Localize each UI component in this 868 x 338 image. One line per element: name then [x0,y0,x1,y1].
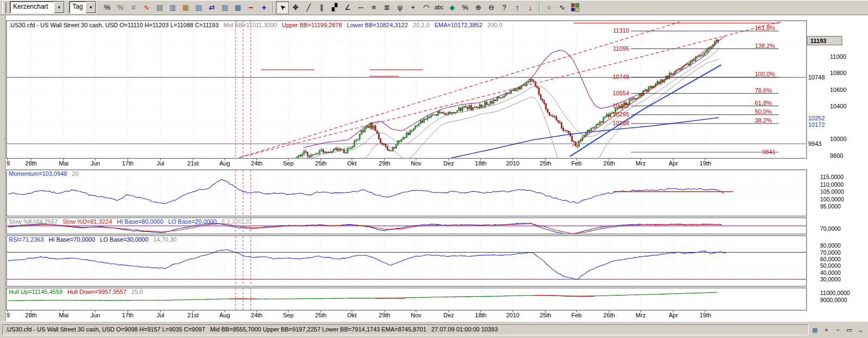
date-axis-label: 25th [315,312,326,318]
hatch-channel-tool[interactable]: ▞ [328,1,341,14]
chart-type-dropdown[interactable]: Kerzenchart ▼ [10,1,65,14]
momentum-axis-label: 95,0000 [820,203,841,210]
ellipse-glyph: ○ [547,3,551,11]
duplicate-page-icon[interactable]: ▥ [166,1,179,14]
main-toolbar: Kerzenchart ▼ Tag ▼ %%#∿▤▥▦▧⇄▨▩−+➤✥╱∥▞∠─… [0,0,868,15]
remove-indicator-icon[interactable]: − [244,1,257,14]
zigzag-glyph: ∿ [144,3,150,11]
text-tool[interactable]: abc [432,1,445,14]
droplet-glyph: ◆ [449,3,455,11]
angle-line-tool[interactable]: ∠ [341,1,354,14]
timeframe-value: Tag [70,2,85,13]
toolbar-grip[interactable] [2,2,7,13]
date-axis-label: 28th [25,312,36,318]
timeframe-dropdown-arrow[interactable]: ▼ [85,2,96,13]
status-pan-icon[interactable]: ↔ [855,325,866,335]
templates-icon[interactable]: ▧ [192,1,205,14]
rsi-axis-label: 50,0000 [820,262,841,269]
detach-window-icon[interactable]: ▩ [231,1,244,14]
color-palette[interactable] [568,1,581,14]
hull-moving-average-axis-label: 9000,0000 [820,297,847,303]
zoom-out-glyph: ⊖ [488,3,494,11]
zigzag-icon[interactable]: ∿ [140,1,153,14]
momentum-axis-label: 115,0000 [820,174,844,180]
compare-symbols-glyph: ⇄ [209,3,215,11]
toolbar-separator [272,2,274,13]
hull-moving-average-axis-label: 11000,0000 [820,290,850,296]
price-axis-label: 9800 [830,152,843,159]
sell-arrow-marker[interactable]: ↓ [524,1,537,14]
date-axis-label: 18th [475,160,486,167]
status-minus-glyph: − [836,327,839,333]
data-window-icon[interactable]: ▦ [810,325,820,335]
trendline-tool[interactable]: ╱ [302,1,315,14]
color-swatch[interactable] [571,8,575,11]
crosshair-tool[interactable]: + [406,1,419,14]
hull-down-segment [228,299,256,299]
grid-toggle-glyph: # [132,3,135,11]
new-page-icon[interactable]: ▤ [153,1,166,14]
date-axis-label: 21st [188,312,199,318]
add-indicator-icon[interactable]: + [257,1,270,14]
pan-hand-tool[interactable]: ✥ [289,1,302,14]
fib-percent-label: 61,8% [755,100,772,106]
chart-window-bg [5,15,868,321]
buy-arrow-marker[interactable]: ↑ [511,1,524,14]
cursor-tool[interactable]: ➤ [276,1,289,14]
percent-measure-tool[interactable]: % [458,1,472,14]
detach-window-glyph: ▩ [234,3,241,11]
grid-toggle-icon[interactable]: # [127,1,140,14]
date-axis-label: Okt [347,312,356,318]
help-pointer-tool[interactable]: ? [498,1,511,14]
main-chart-title: .US30.cfd - US Wall Street 30 cash, USD … [9,22,503,28]
color-swatch[interactable] [575,3,579,7]
date-axis-label: Sep [283,160,294,167]
date-axis-label: Okt [347,160,356,167]
zoom-out-tool[interactable]: ⊖ [485,1,498,14]
date-axis-label: Apr [668,312,678,318]
horizontal-line-tool[interactable]: ─ [354,1,367,14]
percent-loss-icon[interactable]: % [114,1,127,14]
price-axis-label: 10600 [830,87,847,93]
hull-moving-average-title: Hull Up=11145,4559Hull Down=9957,955725,… [9,288,143,295]
ellipse-tool[interactable]: ○ [542,1,555,14]
status-maximize-icon[interactable]: ▭ [844,325,854,335]
zoom-in-tool[interactable]: ⊕ [472,1,485,14]
date-axis-label: Jun [90,160,100,167]
cursor-glyph: ➤ [277,2,287,12]
wave-glyph: ∿ [559,3,565,11]
chart-area[interactable]: 11310161,8%11095138,2%10749100,0%1055478… [0,15,868,321]
compare-symbols-icon[interactable]: ⇄ [205,1,218,14]
date-axis-label: Feb [572,160,582,167]
date-axis-label: 24th [251,160,262,167]
palette-swatches [570,2,580,13]
percent-gain-icon[interactable]: % [101,1,114,14]
pitchfork-glyph: ψ [398,3,402,11]
date-axis-label: Dez [443,312,454,318]
fib-percent-label: 50,0% [755,108,772,115]
pitchfork-tool[interactable]: ψ [393,1,406,14]
color-swatch[interactable] [571,3,575,7]
timeframe-dropdown[interactable]: Tag ▼ [69,1,96,14]
color-swatch[interactable] [575,8,579,11]
fibonacci-tool[interactable]: ≣ [380,1,393,14]
date-axis-label: Aug [219,160,230,167]
chart-canvas[interactable]: 11310161,8%11095138,2%10749100,0%1055478… [0,15,868,321]
percent-gain-glyph: % [104,3,111,11]
fib-price-label: 11310 [613,27,629,34]
droplet-tool[interactable]: ◆ [445,1,458,14]
fib-price-label: 11095 [613,45,629,52]
angle-line-glyph: ∠ [345,3,351,11]
parallel-lines-tool[interactable]: ∥ [315,1,328,14]
rsi-axis-label: 60,0000 [820,256,841,262]
multi-line-tool[interactable]: ≡ [367,1,380,14]
toolbar-separator [539,2,540,13]
indicator-list-icon[interactable]: ▨ [218,1,231,14]
status-plus-icon[interactable]: + [821,325,832,335]
save-layout-icon[interactable]: ▦ [179,1,192,14]
arc-tool[interactable]: ◠ [419,1,432,14]
status-minus-icon[interactable]: − [833,325,843,335]
chart-type-dropdown-arrow[interactable]: ▼ [54,2,64,13]
wave-tool[interactable]: ∿ [555,1,568,14]
current-price-label: 11193 [810,38,826,44]
